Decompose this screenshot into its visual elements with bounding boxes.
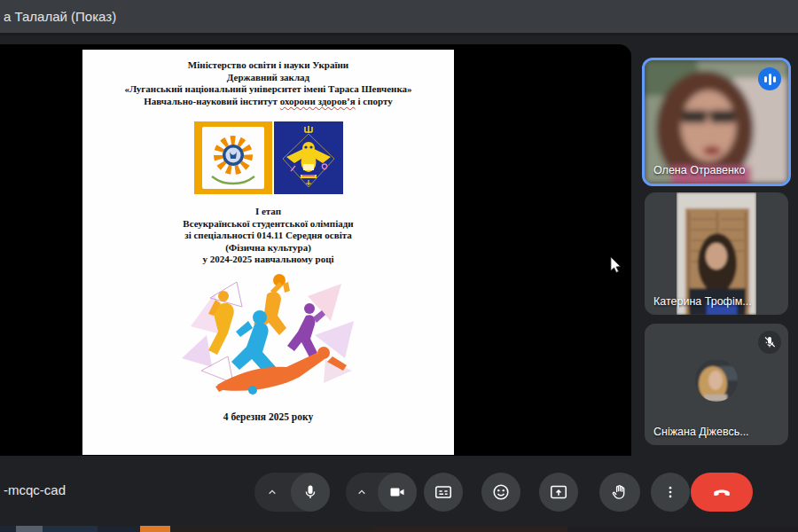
video-camera-icon <box>388 483 406 501</box>
phone-hangup-icon <box>711 481 732 503</box>
event-title-block: І етап Всеукраїнської студентської олімп… <box>82 206 454 266</box>
mouse-cursor <box>610 256 622 278</box>
document-date: 4 березня 2025 року <box>82 411 454 422</box>
sports-illustration <box>82 271 454 397</box>
event-year-line: у 2024-2025 навчальному році <box>82 254 454 266</box>
hand-icon <box>610 482 630 502</box>
participant-tile-snizhana[interactable]: Сніжана Діжевсь... <box>645 324 788 445</box>
call-control-bar: -mcqc-cad <box>0 456 798 526</box>
shared-screen-area: Міністерство освіти і науки України Держ… <box>0 44 631 456</box>
end-call-button[interactable] <box>691 473 753 512</box>
present-screen-icon <box>549 482 568 502</box>
microphone-icon <box>301 483 319 501</box>
participant-tile-olena[interactable]: Олена Отравенко <box>642 58 791 186</box>
participant-avatar <box>695 359 738 402</box>
reactions-button[interactable] <box>481 473 520 512</box>
present-screen-button[interactable] <box>539 473 578 512</box>
event-specialty-line: зі спеціальності 014.11 Середня освіта <box>82 230 454 242</box>
institute-line: Навчально-науковий інститут охорони здор… <box>82 96 454 108</box>
presenter-name-label: а Талалай (Показ) <box>0 9 116 24</box>
audio-waves-icon <box>758 67 781 90</box>
event-subject-line: (Фізична культура) <box>82 242 454 254</box>
mic-group <box>254 473 330 512</box>
participant-name: Олена Отравенко <box>653 164 745 176</box>
captions-button[interactable] <box>424 473 463 512</box>
presenter-banner: а Талалай (Показ) <box>0 0 798 35</box>
meeting-code: -mcqc-cad <box>4 482 66 497</box>
event-name-line: Всеукраїнської студентської олімпіади <box>82 218 454 231</box>
camera-group <box>346 473 417 512</box>
presentation-title-page: Міністерство освіти і науки України Держ… <box>82 50 454 455</box>
spellchecked-fragment: охорони здоров’я <box>280 96 356 106</box>
document-header: Міністерство освіти і науки України Держ… <box>82 50 454 107</box>
meet-window: а Талалай (Показ) Міністерство освіти і … <box>0 0 798 532</box>
event-stage-line: І етап <box>82 206 454 218</box>
smiley-icon <box>491 482 511 502</box>
university-line: «Луганський національний університет іме… <box>82 83 454 96</box>
os-taskbar-sliver <box>0 526 798 532</box>
raise-hand-button[interactable] <box>599 473 640 512</box>
mic-toggle-button[interactable] <box>291 473 330 512</box>
university-emblem-icon <box>194 121 272 194</box>
ministry-line: Міністерство освіти і науки України <box>82 59 454 72</box>
participant-name: Сніжана Діжевсь... <box>653 426 749 438</box>
participant-tile-kateryna[interactable]: Катерина Трофім... <box>645 192 788 315</box>
more-options-button[interactable] <box>651 473 690 512</box>
captions-icon <box>434 482 453 502</box>
camera-options-button[interactable] <box>346 485 378 499</box>
camera-toggle-button[interactable] <box>378 473 417 512</box>
three-dots-icon <box>662 484 678 500</box>
institute-owl-emblem-icon <box>274 121 343 194</box>
state-institution-line: Державний заклад <box>82 72 454 84</box>
mic-options-button[interactable] <box>256 485 288 499</box>
mic-off-icon <box>758 331 781 354</box>
emblems-row <box>82 121 454 194</box>
participant-name: Катерина Трофім... <box>653 295 752 308</box>
